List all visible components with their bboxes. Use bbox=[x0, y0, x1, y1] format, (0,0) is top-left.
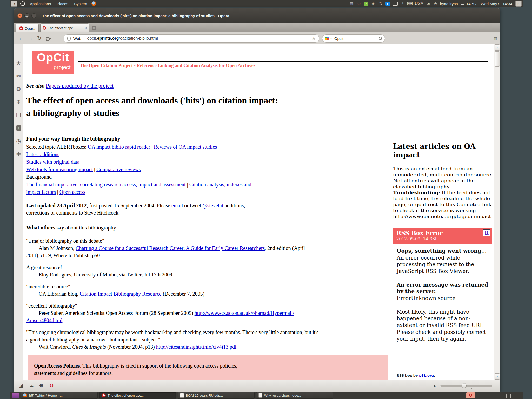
closed-tabs-trash-icon[interactable] bbox=[492, 25, 496, 30]
task-boai-presentation[interactable]: BOAI 10 years RU.odp... bbox=[178, 392, 255, 399]
p3k-link[interactable]: p3k.org bbox=[419, 374, 434, 377]
opera-menu-button[interactable]: Opera bbox=[16, 24, 39, 32]
rss-error-title-link[interactable]: RSS Box Error bbox=[396, 230, 443, 236]
package-cube-icon[interactable]: ◈ bbox=[371, 1, 376, 6]
dropbox-icon[interactable]: ◆ bbox=[385, 2, 390, 6]
papers-link[interactable]: Papers produced by the project bbox=[46, 83, 114, 89]
trash-applet-icon[interactable] bbox=[506, 393, 511, 398]
charting-course-link[interactable]: Charting a Course for a Successful Resea… bbox=[76, 245, 265, 251]
window-maximize-button[interactable]: ▢ bbox=[31, 13, 36, 18]
bookmark-star-icon[interactable]: ★ bbox=[312, 36, 316, 41]
search-magnifier-icon[interactable] bbox=[379, 37, 382, 40]
quote-4-citation-cont: Amsci/4804.html bbox=[26, 317, 62, 323]
open-access-link[interactable]: Open access bbox=[59, 189, 85, 195]
clock-label[interactable]: Wed May 9, 14:34 bbox=[481, 2, 512, 6]
quote-1-text: "a major bibliography on this debate" bbox=[26, 238, 104, 244]
search-input-value[interactable]: Opcit bbox=[334, 36, 343, 41]
keyboard-indicator-icon[interactable]: ⌨ bbox=[408, 1, 412, 6]
url-text[interactable]: opcit.eprints.org/oacitation-biblio.html bbox=[87, 36, 158, 41]
site-tagline: The Open Citation Project - Reference Li… bbox=[80, 63, 255, 68]
task-opera-page[interactable]: The effect of open acc... bbox=[99, 392, 176, 399]
search-field[interactable]: ▼ Opcit bbox=[322, 34, 385, 43]
bluetooth-icon[interactable]: ᛒ bbox=[400, 1, 405, 6]
quote-5-text-line2: a good brief bibliography on a narrow - … bbox=[26, 337, 160, 343]
keyboard-layout-label[interactable]: USA bbox=[415, 1, 423, 6]
page-content: OpCit project The Open Citation Project … bbox=[23, 44, 493, 380]
search-engine-dropdown-icon[interactable]: ▼ bbox=[330, 37, 332, 40]
ubuntu-logo[interactable] bbox=[20, 1, 25, 6]
comparative-reviews-link[interactable]: Comparative reviews bbox=[96, 167, 141, 172]
nav-line-3: Studies with original data bbox=[26, 159, 79, 165]
address-bar: ← → ↻ Web opcit.eprints.org/oacitation-b… bbox=[14, 32, 500, 44]
web-tools-link[interactable]: Web tools for measuring impact bbox=[26, 167, 93, 172]
task-twitter[interactable]: [(5) Twitter / Home - ... bbox=[21, 392, 98, 399]
cites-insights-link[interactable]: http://citesandinsights.info/civ4i13.pdf bbox=[156, 344, 237, 350]
reviews-link[interactable]: Reviews of OA impact studies bbox=[154, 144, 217, 150]
scrollbar-thumb[interactable] bbox=[495, 51, 500, 66]
weather-cloud-icon[interactable]: ☁ bbox=[460, 1, 464, 6]
display-icon[interactable] bbox=[393, 2, 398, 6]
financial-imperative-link[interactable]: The financial imperative: correlating re… bbox=[26, 182, 186, 187]
firefox-launcher-icon[interactable] bbox=[91, 1, 96, 6]
amsci-link[interactable]: http://www.ecs.soton.ac.uk/~harnad/Hyper… bbox=[195, 310, 294, 316]
tab-active[interactable]: The effect of ope... × bbox=[40, 23, 89, 32]
amsci-link-cont[interactable]: Amsci/4804.html bbox=[26, 317, 62, 323]
username-label[interactable]: iryna iryna bbox=[440, 2, 458, 6]
window-titlebar[interactable]: ✕ ▬ ▢ The effect of open access and down… bbox=[14, 8, 500, 23]
panels-toggle-icon[interactable]: ▦ bbox=[494, 36, 497, 41]
forward-button[interactable]: → bbox=[28, 35, 33, 41]
temperature-label[interactable]: 14 °C bbox=[466, 2, 476, 6]
url-field[interactable]: Web opcit.eprints.org/oacitation-biblio.… bbox=[64, 34, 319, 43]
turbo-icon[interactable]: O bbox=[50, 383, 54, 388]
new-tab-button[interactable]: ⊞ bbox=[91, 25, 97, 31]
window-list-applet-icon[interactable] bbox=[12, 393, 19, 398]
back-button[interactable]: ← bbox=[18, 35, 24, 41]
menu-system[interactable]: System bbox=[71, 0, 90, 7]
opera-notification-icon[interactable]: O bbox=[466, 392, 475, 398]
network-traffic-icon[interactable]: ⇅ bbox=[378, 1, 383, 6]
rss-badge-icon[interactable]: R bbox=[483, 229, 490, 236]
panel-scroll-left-button[interactable]: ◂ bbox=[11, 1, 17, 7]
reload-button[interactable]: ↻ bbox=[37, 35, 42, 41]
web-badge[interactable]: Web bbox=[73, 36, 81, 41]
open-access-policies-box: Open Access Policies. This bibliography … bbox=[28, 355, 388, 380]
keyboard-grid-icon[interactable]: ▦ bbox=[349, 1, 354, 6]
link-cloud-icon[interactable]: ☁ bbox=[29, 383, 34, 389]
zoom-out-icon[interactable]: ▲ bbox=[433, 384, 436, 387]
widgets-panel-icon[interactable]: ⚙ bbox=[14, 83, 23, 96]
rapid-reader-link[interactable]: OA impact biblio rapid reader bbox=[88, 144, 150, 150]
panel-toggle-icon[interactable]: ◪ bbox=[18, 383, 23, 389]
add-panel-icon[interactable]: ✚ bbox=[14, 148, 23, 161]
mail-panel-icon[interactable]: ✉ bbox=[14, 70, 23, 83]
mail-tray-icon[interactable]: ✉ bbox=[426, 1, 431, 6]
tab-close-icon[interactable]: × bbox=[85, 26, 87, 30]
history-panel-icon[interactable]: ◷ bbox=[14, 135, 23, 148]
scroll-down-button[interactable]: ▼ bbox=[495, 373, 500, 380]
latest-additions-link[interactable]: Latest additions bbox=[26, 151, 59, 157]
notes-panel-icon[interactable]: ❏ bbox=[14, 109, 23, 122]
key-icon[interactable] bbox=[46, 37, 51, 40]
citation-impact-resource-link[interactable]: Citation Impact Bibliography Resource bbox=[80, 291, 162, 297]
nav-line-4: Web tools for measuring impact | Compara… bbox=[26, 167, 141, 172]
unite-panel-icon[interactable]: ❋ bbox=[14, 96, 23, 109]
opera-tray-icon[interactable]: O bbox=[357, 1, 361, 6]
zoom-slider-thumb[interactable] bbox=[462, 383, 467, 388]
citation-analysis-link[interactable]: Citation analysis, indexes and bbox=[189, 182, 251, 187]
panel-scroll-right-button[interactable]: ▸ bbox=[515, 1, 522, 7]
unite-icon[interactable]: ❋ bbox=[39, 383, 43, 389]
page-scrollbar[interactable]: ▲ ▼ bbox=[494, 44, 500, 380]
menu-places[interactable]: Places bbox=[54, 0, 71, 7]
task-why-researchers[interactable]: Why researchers neee... bbox=[256, 392, 333, 399]
citation-analysis-link-cont[interactable]: impact factors bbox=[26, 189, 56, 195]
window-close-button[interactable]: ✕ bbox=[17, 13, 22, 18]
stevehit-link[interactable]: @stevehit bbox=[202, 203, 223, 208]
scroll-up-button[interactable]: ▲ bbox=[495, 44, 500, 51]
downloads-panel-icon[interactable]: ↓ bbox=[14, 122, 23, 135]
window-minimize-button[interactable]: ▬ bbox=[24, 13, 29, 18]
bookmarks-panel-icon[interactable]: ★ bbox=[14, 57, 23, 70]
menu-applications[interactable]: Applications bbox=[27, 0, 54, 7]
status-menu-icon[interactable]: ⊗ bbox=[433, 1, 438, 6]
email-link[interactable]: email bbox=[171, 203, 183, 208]
original-data-link[interactable]: Studies with original data bbox=[26, 159, 79, 165]
skype-icon[interactable]: ✓ bbox=[364, 2, 368, 6]
